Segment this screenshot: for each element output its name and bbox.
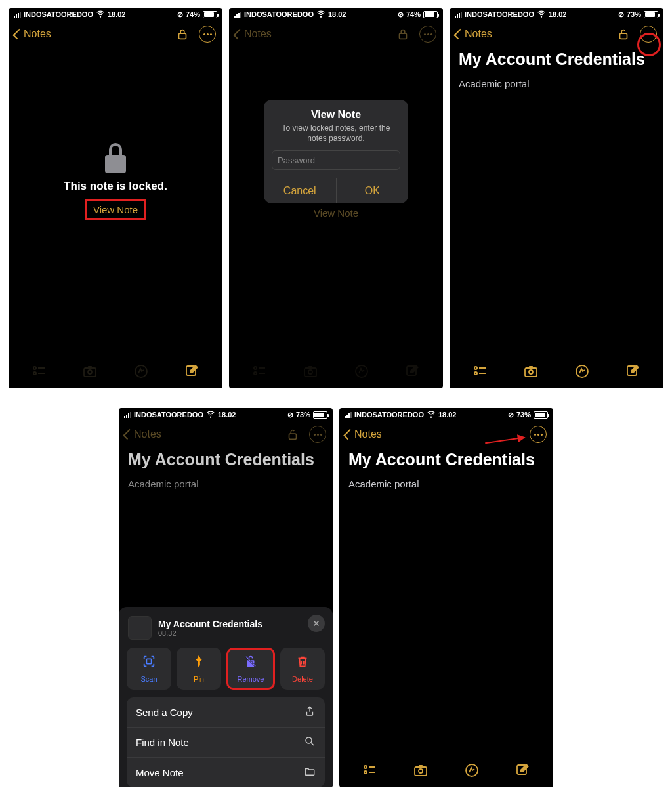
pin-action[interactable]: Pin: [177, 648, 221, 690]
search-icon: [304, 736, 316, 749]
back-button: Notes: [236, 28, 272, 40]
remove-lock-icon: [243, 654, 258, 673]
markup-button[interactable]: [133, 363, 149, 382]
cancel-button[interactable]: Cancel: [264, 178, 337, 203]
svg-rect-5: [84, 368, 96, 377]
time-label: 18.02: [108, 10, 126, 18]
toolbar: [339, 756, 553, 787]
checklist-button[interactable]: [32, 363, 47, 382]
screen-locked-note: INDOSATOOREDOO 18.02 ⊘ 74% Notes: [9, 8, 222, 388]
orientation-lock-icon: ⊘: [618, 10, 624, 19]
markup-button[interactable]: [574, 363, 590, 382]
share-sheet: My Account Credentials 08.32 Scan: [119, 607, 333, 787]
scan-action[interactable]: Scan: [127, 648, 171, 690]
more-button: [419, 26, 436, 43]
time-label: 18.02: [218, 411, 236, 419]
camera-button[interactable]: [413, 762, 429, 781]
svg-rect-28: [146, 659, 151, 663]
orientation-lock-icon: ⊘: [508, 411, 514, 419]
chevron-left-icon: [12, 29, 23, 39]
back-button[interactable]: Notes: [15, 28, 51, 40]
time-label: 18.02: [549, 10, 567, 18]
compose-button[interactable]: [514, 762, 530, 781]
back-button[interactable]: Notes: [346, 428, 382, 440]
note-title: My Account Credentials: [450, 47, 663, 73]
camera-button[interactable]: [82, 363, 98, 382]
sheet-title: My Account Credentials: [158, 619, 262, 629]
more-button[interactable]: [530, 426, 547, 443]
alert-message: To view locked notes, enter the notes pa…: [264, 121, 408, 150]
lock-toggle-button: [396, 27, 410, 41]
camera-button: [303, 363, 318, 382]
battery-icon: [534, 411, 548, 419]
send-copy-label: Send a Copy: [136, 707, 193, 718]
view-note-button[interactable]: View Note: [85, 199, 146, 220]
camera-button[interactable]: [523, 363, 539, 382]
note-body: Academic portal: [119, 473, 333, 495]
status-bar: INDOSATOOREDOO 18.02 ⊘ 74%: [229, 8, 443, 21]
battery-icon: [644, 11, 658, 18]
lock-toggle-button[interactable]: [616, 27, 631, 41]
markup-button[interactable]: [464, 762, 480, 781]
lock-toggle-button[interactable]: [175, 27, 190, 41]
markup-button: [354, 363, 369, 382]
folder-icon: [304, 766, 316, 779]
back-label: Notes: [354, 428, 382, 440]
battery-icon: [313, 411, 327, 419]
battery-percent: 73%: [296, 411, 310, 419]
screen-password-alert: INDOSATOOREDOO 18.02 ⊘ 74% Notes: [229, 8, 443, 388]
checklist-button[interactable]: [362, 762, 378, 781]
svg-rect-0: [179, 33, 186, 39]
compose-button[interactable]: [625, 363, 640, 382]
svg-point-6: [88, 370, 92, 374]
back-label: Notes: [465, 28, 492, 40]
svg-rect-18: [620, 33, 627, 39]
svg-rect-14: [304, 368, 316, 377]
signal-icon: [455, 12, 462, 18]
back-button[interactable]: Notes: [456, 28, 492, 40]
screen-note-arrow: INDOSATOOREDOO 18.02 ⊘ 73% Notes: [339, 408, 553, 787]
delete-action[interactable]: Delete: [280, 648, 325, 690]
password-placeholder: Password: [278, 156, 315, 165]
svg-rect-34: [415, 767, 427, 776]
carrier-label: INDOSATOOREDOO: [24, 10, 93, 18]
svg-point-35: [419, 769, 423, 773]
note-title: My Account Credentials: [119, 447, 333, 473]
wifi-icon: [206, 409, 215, 421]
send-copy-item[interactable]: Send a Copy: [127, 697, 325, 728]
scan-label: Scan: [140, 675, 157, 683]
checklist-button[interactable]: [472, 363, 488, 382]
compose-button[interactable]: [184, 363, 200, 382]
share-icon: [304, 705, 316, 719]
trash-icon: [295, 654, 310, 673]
toolbar: [450, 357, 663, 388]
signal-icon: [14, 12, 21, 18]
close-button[interactable]: [308, 615, 325, 632]
find-label: Find in Note: [136, 737, 189, 748]
alert-title: View Note: [264, 109, 408, 121]
move-item[interactable]: Move Note: [127, 758, 325, 787]
back-label: Notes: [24, 28, 51, 40]
chevron-left-icon: [453, 29, 464, 39]
signal-icon: [124, 412, 131, 418]
remove-action[interactable]: Remove: [226, 648, 275, 690]
battery-percent: 74%: [406, 10, 421, 18]
remove-label: Remove: [238, 675, 264, 683]
svg-rect-27: [289, 434, 297, 439]
chevron-left-icon: [233, 29, 243, 39]
battery-icon: [423, 11, 438, 18]
time-label: 18.02: [438, 411, 457, 419]
wifi-icon: [96, 9, 105, 20]
note-body[interactable]: Academic portal: [450, 73, 663, 94]
svg-point-12: [254, 372, 257, 375]
ok-button[interactable]: OK: [337, 178, 409, 203]
more-button[interactable]: [199, 26, 216, 43]
svg-point-32: [364, 771, 367, 774]
find-item[interactable]: Find in Note: [127, 728, 325, 758]
orientation-lock-icon: ⊘: [287, 411, 293, 419]
password-input[interactable]: Password: [272, 150, 400, 170]
carrier-label: INDOSATOOREDOO: [465, 10, 534, 18]
chevron-left-icon: [123, 429, 133, 440]
note-body[interactable]: Academic portal: [339, 473, 553, 495]
pin-label: Pin: [194, 675, 204, 683]
